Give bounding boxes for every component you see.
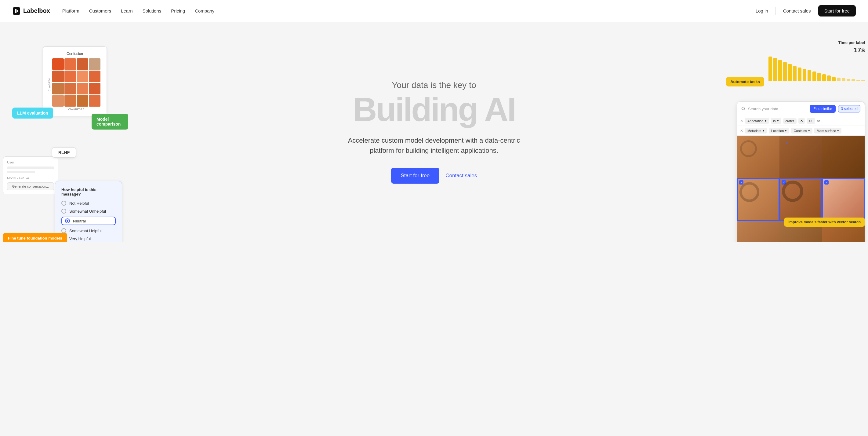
chart-bar-19	[861, 80, 865, 81]
nav-learn[interactable]: Learn	[121, 8, 132, 13]
chart-bar-16	[847, 79, 850, 81]
fine-tune-badge: Fine tune foundation models	[3, 233, 67, 242]
search-placeholder[interactable]: Search your data	[748, 107, 807, 111]
img-cell-3[interactable]	[822, 136, 865, 178]
hero-title: Building AI	[343, 93, 526, 126]
img-cell-4[interactable]: ✓	[737, 178, 779, 221]
crater-shape-4	[740, 182, 759, 202]
img-cell-5[interactable]: ✓	[779, 178, 822, 221]
rlhf-option-somewhat-unhelpful[interactable]: Somewhat Unhelpful	[61, 209, 116, 213]
chevron-icon-4: ▾	[785, 128, 787, 133]
chat-line-2	[7, 171, 35, 173]
chevron-icon-5: ▾	[808, 128, 810, 133]
logo[interactable]: Labelbox	[12, 7, 50, 15]
img-cell-1[interactable]	[737, 136, 779, 178]
llm-badge: LLM evaluation	[12, 108, 53, 119]
img-cell-7[interactable]	[737, 221, 779, 242]
chart-bar-4	[788, 64, 792, 81]
find-similar-button[interactable]: Find similar	[810, 105, 836, 113]
radio-somewhat-unhelpful	[61, 209, 66, 213]
hero-buttons: Start for free Contact sales	[343, 168, 526, 184]
filter2-contains: Contains ▾	[791, 128, 812, 134]
chart-bar-1	[773, 58, 777, 81]
cm-x-label: ChatGPT-3.5	[52, 108, 100, 111]
navbar: Labelbox Platform Customers Learn Soluti…	[0, 0, 868, 22]
img-cell-6[interactable]: ✓	[822, 178, 865, 221]
rlhf-option-neutral[interactable]: Neutral	[61, 216, 116, 225]
nav-solutions[interactable]: Solutions	[143, 8, 161, 13]
radio-not-helpful	[61, 201, 66, 206]
rlhf-option-somewhat-helpful[interactable]: Somewhat Helpful	[61, 228, 116, 233]
chart-bar-13	[832, 77, 836, 81]
chart-bar-15	[842, 78, 845, 81]
chart-bar-7	[803, 69, 806, 81]
radio-neutral	[65, 219, 70, 223]
chart-bar-8	[808, 70, 811, 81]
cm-y-label: ChatGPT-4	[48, 78, 51, 91]
nav-pricing[interactable]: Pricing	[171, 8, 185, 13]
filter1-op: is ▾	[771, 118, 781, 124]
chart-bar-10	[817, 73, 821, 81]
nav-customers[interactable]: Customers	[89, 8, 112, 13]
rlhf-option-very-helpful[interactable]: Very Helpful	[61, 236, 116, 241]
radio-somewhat-helpful	[61, 228, 66, 233]
filter1-close-x[interactable]: ✕	[798, 118, 805, 124]
contact-link[interactable]: Contact sales	[783, 8, 811, 13]
filter2-close[interactable]: ✕	[740, 128, 743, 133]
chat-user-label: User	[7, 161, 54, 164]
search-bar: Search your data Find similar 3 selected	[737, 102, 865, 116]
start-free-hero-button[interactable]: Start for free	[391, 168, 439, 184]
chart-bar-5	[793, 66, 797, 81]
login-link[interactable]: Log in	[756, 8, 768, 13]
chat-line-1	[7, 167, 54, 169]
filter2-metadata: Metadata ▾	[745, 128, 767, 134]
hero-subtitle: Your data is the key to	[343, 80, 526, 90]
nav-links: Platform Customers Learn Solutions Prici…	[62, 8, 756, 13]
model-comparison-badge: Model comparison	[92, 114, 128, 129]
checkbox-6: ✓	[824, 180, 829, 184]
confusion-matrix-box: Confusion ChatGPT-4	[43, 47, 107, 116]
logo-icon	[12, 7, 21, 15]
contact-sales-hero-button[interactable]: Contact sales	[445, 173, 477, 179]
time-value: 17s	[767, 46, 865, 54]
chart-bar-9	[812, 71, 816, 81]
filter1-logic: or	[817, 119, 820, 123]
blue-dot	[785, 142, 788, 144]
filter-row-2: ✕ Metadata ▾ Location ▾ Contains ▾ Mars …	[737, 126, 865, 136]
nav-right: Log in Contact sales Start for free	[756, 5, 856, 17]
chart-bar-11	[822, 74, 826, 81]
crater-shape-5	[782, 181, 803, 202]
chat-model-label: Model - GPT-4	[7, 176, 54, 180]
generate-conversation-btn[interactable]: Generate conversation...	[7, 182, 54, 190]
time-chart: Time per label 17s	[767, 40, 865, 81]
rlhf-badge: RLHF	[52, 147, 76, 158]
nav-company[interactable]: Company	[195, 8, 214, 13]
filter1-val: crater	[783, 118, 797, 124]
improve-models-badge: Improve models faster with vector search	[784, 217, 865, 227]
filter1-num: ≥1	[807, 118, 815, 124]
selected-badge: 3 selected	[838, 105, 860, 112]
chart-bar-6	[798, 67, 801, 81]
chart-bar-3	[783, 62, 787, 81]
img-cell-2[interactable]	[779, 136, 822, 178]
filter-row-1: ✕ Annotation ▾ is ▾ crater ✕ ≥1 or	[737, 116, 865, 126]
chevron-icon-3: ▾	[763, 128, 765, 133]
confusion-title: Confusion	[48, 52, 102, 56]
start-free-nav-button[interactable]: Start for free	[818, 5, 856, 17]
hero-section: Confusion ChatGPT-4	[0, 22, 868, 242]
chart-bars	[767, 57, 865, 81]
automate-tasks-badge: Automate tasks	[726, 77, 764, 86]
hero-description: Accelerate custom model development with…	[343, 135, 526, 155]
nav-platform[interactable]: Platform	[62, 8, 80, 13]
checkbox-4: ✓	[739, 180, 743, 184]
hero-text: Your data is the key to Building AI Acce…	[343, 80, 526, 184]
rlhf-option-not-helpful[interactable]: Not Helpful	[61, 201, 116, 206]
filter2-location: Location ▾	[769, 128, 789, 134]
chart-bar-18	[857, 80, 860, 81]
chat-box: User Model - GPT-4 Generate conversation…	[3, 156, 58, 194]
nav-divider	[775, 7, 776, 14]
chart-bar-0	[769, 57, 772, 81]
filter1-close[interactable]: ✕	[740, 119, 743, 123]
time-chart-title: Time per label	[767, 40, 865, 45]
filter1-annotation: Annotation ▾	[745, 118, 769, 124]
